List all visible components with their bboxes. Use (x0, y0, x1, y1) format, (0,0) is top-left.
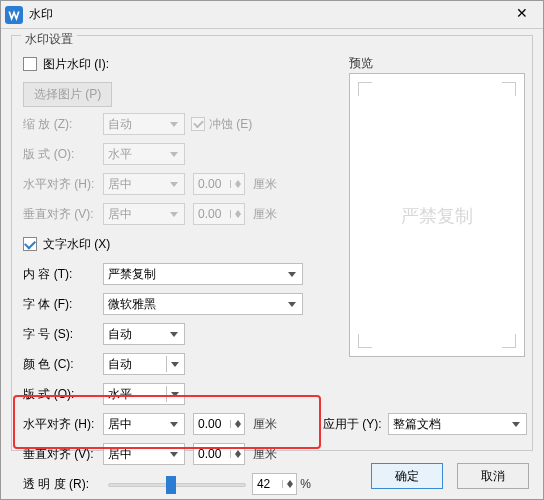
chevron-down-icon (284, 266, 300, 282)
text-valign-select[interactable]: 居中 (103, 443, 185, 465)
opacity-unit: % (300, 477, 311, 491)
text-valign-label: 垂直对齐 (V): (23, 446, 103, 463)
image-valign-offset: 0.00 (193, 203, 245, 225)
font-label: 字 体 (F): (23, 296, 103, 313)
scale-label: 缩 放 (Z): (23, 116, 103, 133)
text-watermark-checkbox[interactable] (23, 237, 37, 251)
app-logo-icon (5, 6, 23, 24)
window-title: 水印 (29, 6, 505, 23)
washout-label: 冲蚀 (E) (209, 116, 252, 133)
text-halign-offset[interactable]: 0.00 (193, 413, 245, 435)
slider-thumb[interactable] (166, 476, 176, 494)
image-halign-unit: 厘米 (253, 176, 277, 193)
chevron-down-icon (166, 176, 182, 192)
image-halign-label: 水平对齐 (H): (23, 176, 103, 193)
chevron-down-icon (166, 356, 182, 372)
select-image-button: 选择图片 (P) (23, 82, 112, 107)
text-halign-label: 水平对齐 (H): (23, 416, 103, 433)
preview-pane: 严禁复制 (349, 73, 525, 357)
spin-down-icon[interactable] (231, 454, 244, 458)
chevron-down-icon (166, 416, 182, 432)
image-halign-offset: 0.00 (193, 173, 245, 195)
content-label: 内 容 (T): (23, 266, 103, 283)
footer: 确定 取消 (371, 463, 529, 489)
text-valign-offset[interactable]: 0.00 (193, 443, 245, 465)
cancel-button[interactable]: 取消 (457, 463, 529, 489)
chevron-down-icon (166, 116, 182, 132)
font-select[interactable]: 微软雅黑 (103, 293, 303, 315)
chevron-down-icon (166, 206, 182, 222)
chevron-down-icon (284, 296, 300, 312)
text-valign-unit: 厘米 (253, 446, 277, 463)
spin-down-icon[interactable] (283, 484, 296, 488)
apply-row: 应用于 (Y): 整篇文档 (323, 413, 527, 435)
image-watermark-label: 图片水印 (I): (43, 56, 109, 73)
apply-label: 应用于 (Y): (323, 416, 382, 433)
form-body: 图片水印 (I): 选择图片 (P) 缩 放 (Z): 自动 冲蚀 (E) 版 … (23, 51, 311, 500)
image-layout-label: 版 式 (O): (23, 146, 103, 163)
content-select[interactable]: 严禁复制 (103, 263, 303, 285)
ok-button[interactable]: 确定 (371, 463, 443, 489)
text-layout-label: 版 式 (O): (23, 386, 103, 403)
scale-select: 自动 (103, 113, 185, 135)
preview-label: 预览 (349, 55, 373, 72)
chevron-down-icon (166, 446, 182, 462)
text-layout-select[interactable]: 水平 (103, 383, 185, 405)
close-button[interactable]: ✕ (505, 5, 539, 25)
watermark-dialog: 水印 ✕ 水印设置 图片水印 (I): 选择图片 (P) 缩 放 (Z): 自动… (0, 0, 544, 500)
text-watermark-label: 文字水印 (X) (43, 236, 110, 253)
chevron-down-icon (166, 326, 182, 342)
image-valign-label: 垂直对齐 (V): (23, 206, 103, 223)
size-label: 字 号 (S): (23, 326, 103, 343)
chevron-down-icon (166, 146, 182, 162)
chevron-down-icon (508, 416, 524, 432)
size-select[interactable]: 自动 (103, 323, 185, 345)
image-layout-select: 水平 (103, 143, 185, 165)
spin-down-icon[interactable] (231, 424, 244, 428)
group-legend: 水印设置 (21, 31, 77, 48)
color-select[interactable]: 自动 (103, 353, 185, 375)
text-halign-select[interactable]: 居中 (103, 413, 185, 435)
text-halign-unit: 厘米 (253, 416, 277, 433)
preview-watermark-text: 严禁复制 (350, 204, 524, 228)
opacity-slider[interactable] (108, 474, 246, 494)
image-halign-select: 居中 (103, 173, 185, 195)
washout-checkbox (191, 117, 205, 131)
image-valign-select: 居中 (103, 203, 185, 225)
image-watermark-checkbox[interactable] (23, 57, 37, 71)
apply-select[interactable]: 整篇文档 (388, 413, 527, 435)
opacity-label: 透 明 度 (R): (23, 476, 102, 493)
titlebar: 水印 ✕ (1, 1, 543, 29)
chevron-down-icon (166, 386, 182, 402)
image-valign-unit: 厘米 (253, 206, 277, 223)
opacity-value[interactable]: 42 (252, 473, 297, 495)
color-label: 颜 色 (C): (23, 356, 103, 373)
